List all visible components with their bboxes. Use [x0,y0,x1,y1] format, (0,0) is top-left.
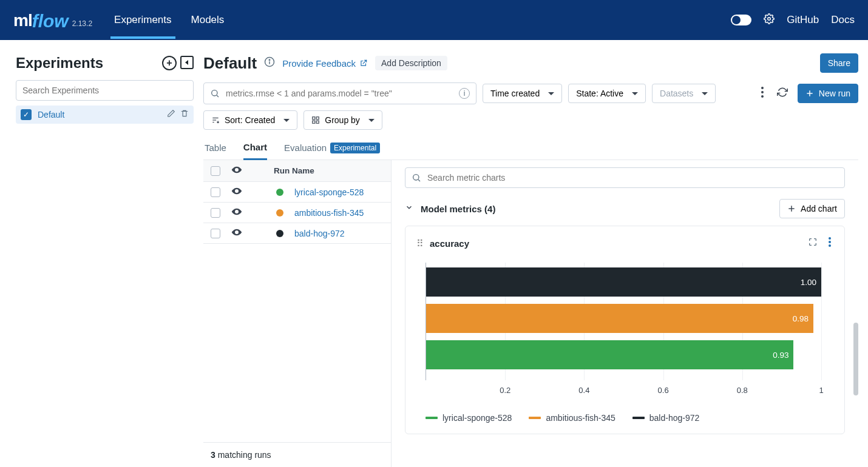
axis-tick: 0.8 [737,386,748,395]
svg-point-18 [413,175,419,180]
sort-button[interactable]: Sort: Created [203,110,297,130]
run-checkbox[interactable] [211,229,220,238]
search-icon [210,89,220,98]
tab-table[interactable]: Table [205,138,226,160]
visibility-icon[interactable] [231,206,242,220]
time-filter-button[interactable]: Time created [483,84,562,103]
nav-experiments[interactable]: Experiments [110,1,175,39]
legend-item[interactable]: lyrical-sponge-528 [426,413,512,423]
scrollbar[interactable] [853,323,858,395]
chart-search-input[interactable] [427,173,838,183]
state-filter-button[interactable]: State: Active [568,84,646,103]
bar-chart: 0.20.40.60.811.000.980.93 [416,263,827,402]
svg-line-19 [418,180,420,181]
share-button[interactable]: Share [820,53,858,73]
run-name-header: Run Name [274,166,314,175]
chart-menu-icon[interactable] [826,235,833,252]
sidebar: Experiments + ✓ Default [0,40,203,467]
new-run-button[interactable]: New run [798,84,858,103]
run-row[interactable]: ambitious-fish-345 [203,203,391,223]
add-chart-button[interactable]: Add chart [779,199,845,218]
delete-experiment-icon[interactable] [180,109,189,120]
collapse-section-icon[interactable] [405,203,413,214]
info-icon[interactable] [264,56,275,70]
svg-rect-15 [316,117,319,119]
more-menu-icon[interactable] [758,83,767,104]
run-checkbox[interactable] [211,208,220,218]
run-search-input[interactable] [226,89,453,98]
legend-item[interactable]: ambitious-fish-345 [529,413,615,423]
run-search-box[interactable]: i [203,82,476,104]
svg-rect-14 [313,117,315,119]
axis-tick: 0.2 [500,386,510,395]
group-by-button[interactable]: Group by [303,110,382,130]
run-name-link[interactable]: bald-hog-972 [294,229,345,238]
page-title: Default [203,54,257,73]
nav-docs[interactable]: Docs [831,14,855,26]
axis-tick: 0.6 [658,386,669,395]
search-icon [412,173,421,183]
chart-search-box[interactable] [405,167,845,188]
legend-swatch [529,417,541,419]
svg-point-6 [761,87,764,89]
chart-card-accuracy: ⠿ accuracy 0.20.40.60.811.000.980.93 [405,226,845,434]
svg-point-8 [761,95,764,98]
external-link-icon [359,59,368,67]
group-icon [311,116,320,124]
run-row[interactable]: lyrical-sponge-528 [203,182,391,203]
drag-handle-icon[interactable]: ⠿ [416,238,424,249]
experiment-item-default[interactable]: ✓ Default [16,106,194,124]
plus-icon [805,89,814,98]
runs-table: Run Name lyrical-sponge-528 ambitious-fi… [203,160,392,467]
visibility-header-icon[interactable] [231,164,242,177]
provide-feedback-link[interactable]: Provide Feedback [282,58,368,69]
svg-line-5 [217,95,219,97]
fullscreen-icon[interactable] [805,235,820,252]
bar[interactable]: 0.98 [426,304,813,333]
run-name-link[interactable]: ambitious-fish-345 [294,208,364,218]
section-title: Model metrics (4) [421,204,495,214]
visibility-icon[interactable] [231,227,242,240]
axis-tick: 1 [819,386,823,395]
search-experiments-input[interactable] [16,80,194,101]
nav-models[interactable]: Models [188,1,228,39]
run-row[interactable]: bald-hog-972 [203,223,391,244]
svg-point-4 [212,90,217,96]
select-all-checkbox[interactable] [211,166,220,176]
run-color-dot [276,209,283,217]
experimental-badge: Experimental [330,143,380,153]
chart-title: accuracy [430,238,469,249]
svg-rect-17 [316,121,319,123]
experiment-checkbox[interactable]: ✓ [21,109,32,120]
theme-toggle[interactable] [731,15,751,25]
axis-tick: 0.4 [578,386,589,395]
new-experiment-icon[interactable]: + [162,56,177,70]
svg-point-3 [269,59,270,61]
nav-github[interactable]: GitHub [787,14,819,26]
legend-swatch [632,417,645,419]
datasets-filter-button[interactable]: Datasets [652,84,716,103]
gear-icon[interactable] [764,13,775,27]
edit-experiment-icon[interactable] [167,109,175,120]
collapse-sidebar-icon[interactable] [180,56,194,69]
run-color-dot [276,230,283,237]
run-checkbox[interactable] [211,187,220,197]
add-description-button[interactable]: Add Description [375,56,447,70]
visibility-icon[interactable] [231,186,242,199]
logo[interactable]: mlflow 2.13.2 [13,10,92,30]
bar[interactable]: 0.93 [426,340,793,369]
run-name-link[interactable]: lyrical-sponge-528 [294,187,364,197]
tab-evaluation[interactable]: Evaluation Experimental [284,138,380,160]
search-help-icon[interactable]: i [459,88,470,99]
matching-runs-footer: 3 matching runs [203,442,391,467]
bar[interactable]: 1.00 [426,267,821,297]
legend-swatch [426,417,438,419]
legend-item[interactable]: bald-hog-972 [632,413,700,423]
tab-chart[interactable]: Chart [243,138,267,160]
sort-icon [211,116,220,124]
chart-legend: lyrical-sponge-528ambitious-fish-345bald… [416,413,833,423]
svg-point-22 [829,237,831,240]
refresh-icon[interactable] [773,83,792,104]
svg-rect-16 [313,121,315,123]
experiment-name[interactable]: Default [38,110,161,119]
